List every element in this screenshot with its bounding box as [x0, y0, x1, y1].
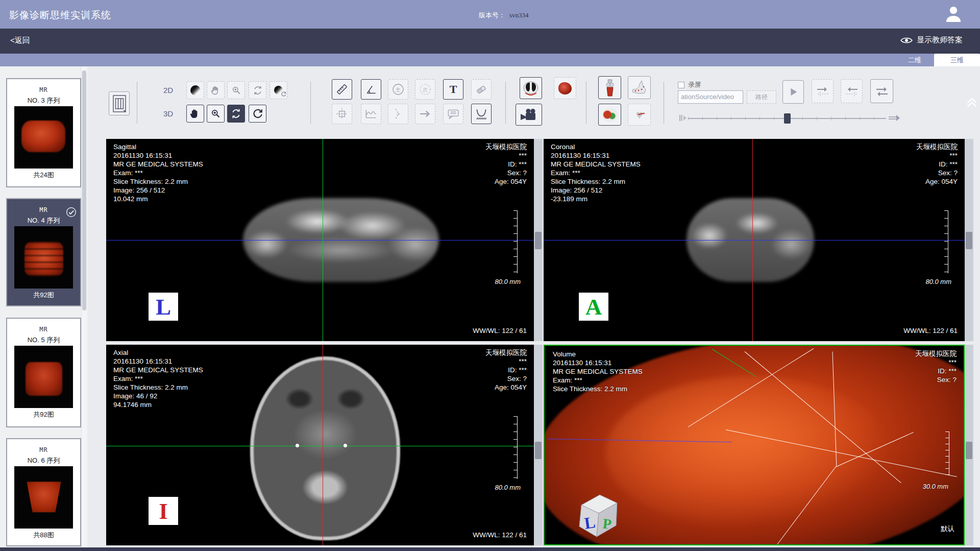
- axial-marker-dot: [344, 444, 347, 447]
- show-teacher-answer-button[interactable]: 显示教师答案: [900, 35, 963, 45]
- axial-green-crossline[interactable]: [106, 446, 534, 446]
- orientation-cube[interactable]: L P: [574, 490, 621, 539]
- series-card-4-selected[interactable]: MR NO. 4 序列 共92图: [6, 198, 81, 306]
- user-avatar-icon[interactable]: [943, 4, 964, 25]
- play-button[interactable]: [782, 80, 804, 104]
- vp-exam: Exam: ***: [113, 374, 203, 383]
- circle-main-icon: 主: [391, 82, 405, 97]
- series-sidebar: MR NO. 3 序列 共24图 MR NO. 4 序列 共92图 MR NO.…: [0, 66, 88, 547]
- series-modality: MR: [7, 446, 80, 453]
- sagittal-patient-block: 天堰模拟医院 *** ID: *** Sex: ? Age: 054Y: [485, 142, 527, 186]
- sidebar-scrollbar-thumb[interactable]: [82, 70, 86, 310]
- curve-measure-button[interactable]: [471, 104, 492, 124]
- pan-3d-button[interactable]: [186, 105, 204, 123]
- coronal-slice-scrollbar[interactable]: [965, 139, 973, 341]
- tab-2d[interactable]: 二维: [896, 54, 933, 66]
- layout-button[interactable]: [109, 91, 130, 115]
- vp-position: 10.042 mm: [113, 195, 203, 203]
- rotate-3d-button-selected[interactable]: [227, 105, 245, 123]
- vp-thickness: Slice Thickness: 2.2 mm: [113, 177, 203, 186]
- zoom-2d-button[interactable]: [227, 81, 245, 99]
- heart-view-button[interactable]: [554, 77, 576, 99]
- arrow-annotation-button[interactable]: [415, 104, 435, 124]
- path-button[interactable]: 路径: [747, 90, 776, 104]
- viewport-volume-selected[interactable]: Volume 20161130 16:15:31 MR GE MEDICAL S…: [544, 345, 965, 545]
- ruler-tool-button[interactable]: [332, 79, 352, 100]
- knee-bone-icon: [602, 79, 618, 97]
- wwwl-tool-button[interactable]: [186, 81, 204, 99]
- reset-rotation-button[interactable]: [249, 105, 266, 123]
- collapse-toolbar-chevron[interactable]: [965, 97, 978, 108]
- histogram-button[interactable]: [361, 104, 381, 124]
- pan-2d-button[interactable]: [207, 81, 225, 99]
- vp-datetime: 20161130 16:15:31: [551, 151, 641, 160]
- zoom-3d-button[interactable]: [207, 105, 225, 123]
- volume-scrollbar[interactable]: [965, 345, 973, 545]
- lung-view-button[interactable]: [520, 77, 542, 99]
- sagittal-blue-crossline[interactable]: [106, 240, 534, 241]
- series-modality: MR: [7, 326, 80, 333]
- coronal-red-crossline[interactable]: [752, 139, 753, 341]
- roi-secondary-button[interactable]: 次: [415, 79, 435, 100]
- sidebar-scrollbar[interactable]: [81, 66, 86, 547]
- vp-sex: Sex: ?: [485, 374, 527, 383]
- coronal-blue-crossline[interactable]: [544, 240, 965, 241]
- loop-backward-button[interactable]: [841, 79, 863, 103]
- rotate-icon: [253, 85, 263, 95]
- series-card-3[interactable]: MR NO. 3 序列 共24图: [6, 78, 81, 187]
- sagittal-slice-scrollbar[interactable]: [534, 139, 543, 341]
- export-video-button[interactable]: [516, 104, 542, 126]
- foot-bone-button[interactable]: [628, 76, 651, 99]
- crosshair-box-icon: [335, 107, 349, 121]
- series-modality: MR: [7, 86, 80, 93]
- comment-annotation-button[interactable]: [443, 104, 463, 124]
- loop-forward-button[interactable]: [812, 79, 834, 103]
- series-card-5[interactable]: MR NO. 5 序列 共92图: [6, 318, 81, 427]
- rotate-2d-button[interactable]: [249, 81, 266, 99]
- axial-slice-scrollbar[interactable]: [534, 345, 543, 545]
- eraser-button[interactable]: [471, 79, 492, 100]
- coronal-wwwl: WW/WL: 122 / 61: [903, 326, 958, 335]
- coronal-slice-handle[interactable]: [966, 232, 972, 249]
- nav-bar: <返回 显示教师答案: [0, 29, 980, 54]
- viewport-axial[interactable]: Axial 20161130 16:15:31 MR GE MEDICAL SY…: [106, 345, 534, 545]
- series-card-6[interactable]: MR NO. 6 序列 共88图: [6, 438, 81, 546]
- tab-3d[interactable]: 三维: [934, 54, 980, 66]
- viewport-sagittal[interactable]: Sagittal 20161130 16:15:31 MR GE MEDICAL…: [106, 139, 534, 341]
- angle-tool-button[interactable]: [361, 79, 381, 100]
- knee-bone-button[interactable]: [598, 76, 621, 99]
- series-thumbnail: [14, 346, 73, 408]
- volume-preset-label[interactable]: 默认: [941, 524, 954, 533]
- play-icon: [788, 86, 799, 98]
- axial-slice-handle[interactable]: [535, 442, 542, 459]
- sagittal-slice-handle[interactable]: [535, 232, 542, 249]
- vp-device: MR GE MEDICAL SYSTEMS: [113, 366, 203, 374]
- text-annotation-button[interactable]: T: [443, 79, 463, 100]
- heart-organ-icon: [558, 82, 572, 94]
- viewport-coronal[interactable]: Coronal 20161130 16:15:31 MR GE MEDICAL …: [544, 139, 965, 341]
- vp-hospital: 天堰模拟医院: [915, 349, 957, 358]
- volume-scroll-handle[interactable]: [966, 442, 972, 459]
- axial-scale-ruler: [513, 416, 518, 479]
- back-button[interactable]: <返回: [10, 36, 30, 45]
- record-path-input[interactable]: ationSource/video: [678, 90, 743, 104]
- vp-exam: Exam: ***: [553, 376, 643, 385]
- arc-icon: [391, 107, 405, 121]
- curve-tool-button[interactable]: [388, 104, 408, 124]
- roi-main-button[interactable]: 主: [388, 79, 408, 100]
- wwwl-reset-button[interactable]: [270, 81, 287, 99]
- heart-3d-button[interactable]: ♥: [628, 104, 651, 126]
- roi-box-button[interactable]: [332, 104, 352, 124]
- sagittal-scale-ruler: [513, 210, 518, 273]
- sagittal-green-crossline[interactable]: [323, 139, 323, 341]
- svg-text:主: 主: [395, 87, 401, 92]
- volume-info-block: Volume 20161130 16:15:31 MR GE MEDICAL S…: [553, 350, 643, 393]
- pelvis-organ-button[interactable]: [598, 104, 621, 126]
- vp-title: Volume: [553, 350, 643, 358]
- playback-slider-handle[interactable]: [784, 113, 791, 124]
- swap-direction-button[interactable]: [870, 79, 893, 103]
- eye-icon: [900, 36, 913, 44]
- axial-red-crossline[interactable]: [323, 345, 323, 545]
- volume-scale-ruler: [945, 432, 949, 475]
- record-checkbox[interactable]: [678, 82, 684, 88]
